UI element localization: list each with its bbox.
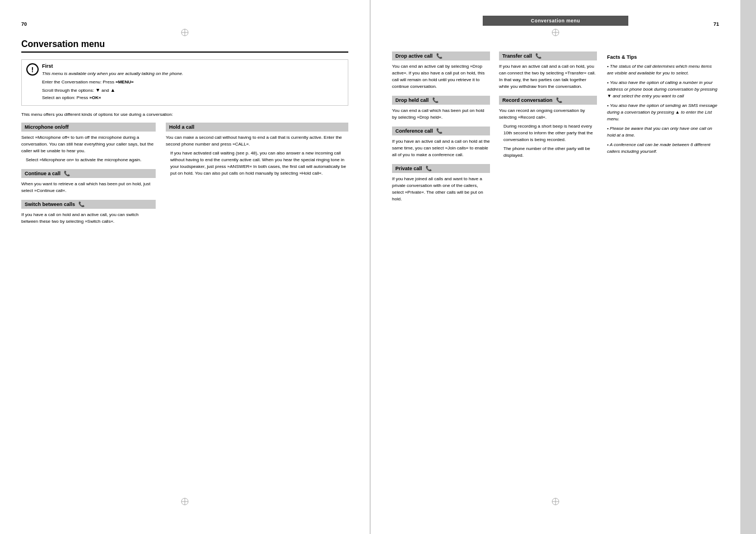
spread: 70 Conversation menu ! First This menu i… bbox=[0, 0, 756, 534]
facts-item-2: You also have the option of calling a nu… bbox=[607, 79, 719, 100]
first-italic-text: This menu is available only when you are… bbox=[42, 71, 183, 77]
header-bar: Conversation menu bbox=[483, 16, 628, 26]
right-sub-col-2: Transfer call 📞 If you have an active ca… bbox=[499, 51, 597, 208]
hold-text: You can make a second call without havin… bbox=[166, 134, 348, 177]
section-microphone-header: Microphone on/off bbox=[21, 123, 156, 132]
right-title-spacer bbox=[392, 39, 719, 51]
drop-active-text: You can end an active call by selecting … bbox=[392, 63, 490, 90]
first-steps: Enter the Conversation menu: Press »MENU… bbox=[42, 79, 183, 101]
section-drop-held-header: Drop held call 📞 bbox=[392, 96, 490, 105]
private-header-text: Private call bbox=[395, 166, 422, 171]
switch-header-text: Switch between calls bbox=[25, 202, 75, 207]
first-label: First bbox=[42, 63, 183, 69]
record-text: You can record an ongoing conversation b… bbox=[499, 107, 597, 159]
right-col: Hold a call You can make a second call w… bbox=[166, 123, 348, 231]
private-icon: 📞 bbox=[426, 166, 432, 171]
continue-header-text: Continue a call bbox=[25, 171, 60, 176]
left-content: Conversation menu ! First This menu is a… bbox=[21, 39, 348, 512]
record-header-text: Record conversation bbox=[502, 97, 553, 103]
continue-phone-icon: 📞 bbox=[64, 171, 70, 176]
transfer-header-text: Transfer call bbox=[502, 53, 532, 59]
private-text: If you have joined all calls and want to… bbox=[392, 176, 490, 203]
first-box: ! First This menu is available only when… bbox=[21, 59, 348, 106]
reg-mark-top-left bbox=[180, 28, 189, 37]
record-icon: 📞 bbox=[556, 97, 562, 103]
section-transfer-header: Transfer call 📞 bbox=[499, 51, 597, 60]
section-record-header: Record conversation 📞 bbox=[499, 96, 597, 105]
drop-held-text: You can end a call which has been put on… bbox=[392, 107, 490, 121]
switch-phone-icon: 📞 bbox=[78, 202, 85, 207]
drop-active-icon: 📞 bbox=[436, 53, 442, 59]
step-3: Select an option: Press »OK« bbox=[42, 95, 183, 102]
continue-text: When you want to retrieve a call which h… bbox=[21, 181, 156, 194]
intro-text: This menu offers you different kinds of … bbox=[21, 111, 348, 118]
right-content: Drop active call 📞 You can end an active… bbox=[392, 39, 719, 512]
microphone-header-text: Microphone on/off bbox=[25, 124, 69, 130]
facts-tips-box: Facts & Tips The status of the call dete… bbox=[607, 51, 719, 155]
right-sub-col-1: Drop active call 📞 You can end an active… bbox=[392, 51, 490, 208]
facts-item-4: Please be aware that you can only have o… bbox=[607, 125, 719, 139]
left-two-col: Microphone on/off Select »Microphone off… bbox=[21, 123, 348, 231]
section-conference-header: Conference call 📞 bbox=[392, 127, 490, 135]
microphone-text: Select »Microphone off« to turn off the … bbox=[21, 134, 156, 163]
section-continue-header: Continue a call 📞 bbox=[21, 169, 156, 178]
facts-item-5: A conference call can be made between 6 … bbox=[607, 142, 719, 155]
first-box-content: First This menu is available only when y… bbox=[42, 63, 183, 102]
header-bar-text: Conversation menu bbox=[531, 18, 580, 24]
facts-tips-items: The status of the call determines which … bbox=[607, 63, 719, 155]
switch-text: If you have a call on hold and an active… bbox=[21, 212, 156, 225]
section-drop-active-header: Drop active call 📞 bbox=[392, 51, 490, 60]
transfer-icon: 📞 bbox=[535, 53, 542, 59]
step-1: Enter the Conversation menu: Press »MENU… bbox=[42, 79, 183, 86]
conference-header-text: Conference call bbox=[395, 128, 433, 134]
page-left: 70 Conversation menu ! First This menu i… bbox=[0, 0, 370, 534]
transfer-text: If you have an active call and a call on… bbox=[499, 63, 597, 90]
facts-item-3: You also have the option of sending an S… bbox=[607, 102, 719, 123]
reg-mark-top-right bbox=[551, 28, 560, 37]
conference-icon: 📞 bbox=[436, 128, 442, 134]
page-number-right: 71 bbox=[713, 21, 719, 27]
right-sub-cols: Drop active call 📞 You can end an active… bbox=[392, 51, 597, 208]
first-icon: ! bbox=[26, 63, 39, 76]
step-2: Scroll through the options: ▼ and ▲ bbox=[42, 86, 183, 95]
left-col: Microphone on/off Select »Microphone off… bbox=[21, 123, 156, 231]
page-number-left: 70 bbox=[21, 21, 27, 27]
facts-tips-title: Facts & Tips bbox=[607, 54, 719, 60]
page-right: Conversation menu 71 Drop active call 📞 bbox=[371, 0, 740, 534]
section-switch-header: Switch between calls 📞 bbox=[21, 200, 156, 209]
section-hold-header: Hold a call bbox=[166, 123, 348, 132]
drop-held-header-text: Drop held call bbox=[395, 97, 429, 103]
right-two-col: Drop active call 📞 You can end an active… bbox=[392, 51, 719, 208]
section-private-header: Private call 📞 bbox=[392, 164, 490, 173]
facts-item-1: The status of the call determines which … bbox=[607, 63, 719, 77]
conference-text: If you have an active call and a call on… bbox=[392, 138, 490, 158]
drop-held-icon: 📞 bbox=[432, 97, 438, 103]
hold-header-text: Hold a call bbox=[169, 124, 194, 130]
right-main-col: Drop active call 📞 You can end an active… bbox=[392, 51, 597, 208]
page-title-left: Conversation menu bbox=[21, 39, 348, 53]
facts-tips-col: Facts & Tips The status of the call dete… bbox=[607, 51, 719, 208]
drop-active-header-text: Drop active call bbox=[395, 53, 433, 59]
